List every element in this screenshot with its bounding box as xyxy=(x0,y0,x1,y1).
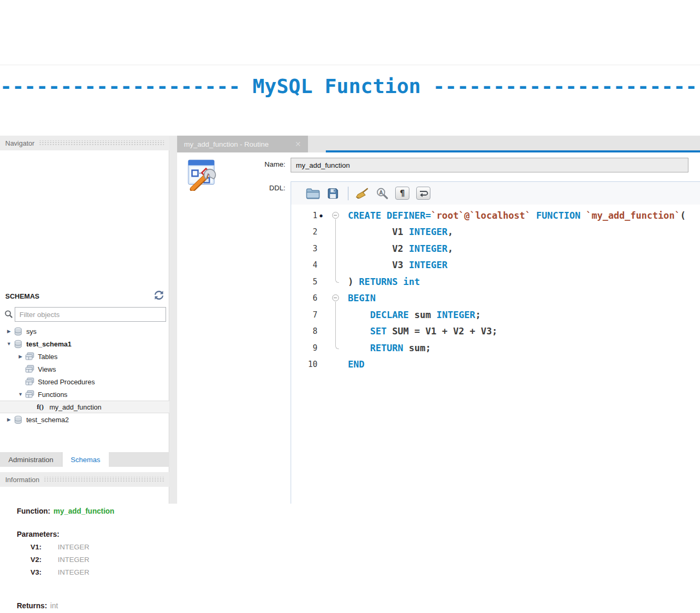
tree-item-test-schema1[interactable]: ▼test_schema1 xyxy=(0,338,169,350)
token-kw: INTEGER xyxy=(409,227,448,237)
search-icon xyxy=(4,310,13,319)
information-panel-header: Information xyxy=(0,472,169,487)
returns-type-value: int xyxy=(50,601,58,610)
info-function-line: Function:my_add_function xyxy=(17,507,169,515)
token-plain: sum; xyxy=(403,343,431,353)
parameter-type: INTEGER xyxy=(58,556,89,564)
function-name-value: my_add_function xyxy=(54,507,115,515)
token-kw: INTEGER xyxy=(437,310,476,320)
sql-code-area[interactable]: 1●CREATE DEFINER=`root`@`localhost` FUNC… xyxy=(291,205,700,373)
tree-item-label: Functions xyxy=(38,391,67,399)
code-line: 2 V1 INTEGER, xyxy=(291,224,700,241)
tree-item-label: sys xyxy=(26,328,37,335)
expand-collapsed-icon[interactable]: ▶ xyxy=(4,417,14,422)
header-dotted-texture xyxy=(39,140,164,146)
fold-end-elbow xyxy=(335,340,339,349)
tree-item-label: test_schema2 xyxy=(26,416,69,424)
tree-item-label: my_add_function xyxy=(49,403,101,411)
routine-document-tab[interactable]: my_add_function - Routine ✕ xyxy=(177,136,308,152)
fold-collapse-icon[interactable] xyxy=(330,207,342,224)
token-plain xyxy=(348,326,370,336)
code-line: 8 SET SUM = V1 + V2 + V3; xyxy=(291,323,700,340)
show-invisibles-button[interactable]: ¶ xyxy=(395,187,409,200)
routine-editor-icon xyxy=(185,156,220,193)
information-panel: Function:my_add_function Parameters: V1:… xyxy=(0,487,169,610)
expand-expanded-icon[interactable]: ▼ xyxy=(4,341,14,346)
code-text: CREATE DEFINER=`root`@`localhost` FUNCTI… xyxy=(348,210,686,221)
title-dashes-left: -------------------- xyxy=(0,75,241,98)
save-script-button[interactable] xyxy=(327,188,339,199)
folder-icon xyxy=(25,352,37,361)
svg-text:A: A xyxy=(379,189,383,195)
page-title: -------------------- MySQL Function ----… xyxy=(0,73,700,100)
tab-administration[interactable]: Administration xyxy=(0,452,63,467)
tree-item-my-add-function[interactable]: f()my_add_function xyxy=(0,401,169,413)
returns-line: Returns:int xyxy=(17,601,169,610)
open-script-button[interactable] xyxy=(306,188,320,199)
expand-expanded-icon[interactable]: ▼ xyxy=(16,392,25,397)
code-text: ) RETURNS int xyxy=(348,277,420,287)
fold-collapse-icon[interactable] xyxy=(330,290,342,307)
line-number: 6 xyxy=(291,293,317,303)
code-text: END xyxy=(348,359,365,370)
token-kw: RETURNS int xyxy=(359,277,420,287)
expand-collapsed-icon[interactable]: ▶ xyxy=(16,354,25,359)
token-plain: SUM = V1 + V2 + V3; xyxy=(387,326,498,336)
code-line: 4 V3 INTEGER xyxy=(291,257,700,274)
parameters-label: Parameters: xyxy=(17,530,169,538)
token-id: `my_add_function` xyxy=(586,210,680,221)
tree-item-stored-procedures[interactable]: Stored Procedures xyxy=(0,375,169,388)
filter-row xyxy=(0,307,169,322)
code-text: BEGIN xyxy=(348,293,376,303)
beautify-button[interactable] xyxy=(355,187,369,200)
fold-guide xyxy=(330,356,342,373)
tab-schemas[interactable]: Schemas xyxy=(63,452,109,467)
tree-item-test-schema2[interactable]: ▶test_schema2 xyxy=(0,413,169,426)
routine-name-input[interactable] xyxy=(291,158,688,172)
fold-minus-circle xyxy=(332,212,339,219)
line-number: 3 xyxy=(291,244,317,253)
title-dashes-right: ------------------------ xyxy=(433,75,700,98)
line-number: 5 xyxy=(291,277,317,287)
line-number: 4 xyxy=(291,260,317,270)
tree-item-sys[interactable]: ▶sys xyxy=(0,325,169,338)
fold-end-elbow xyxy=(335,273,339,283)
code-line: 6BEGIN xyxy=(291,290,700,307)
code-text: V2 INTEGER, xyxy=(348,243,453,254)
function-label: Function: xyxy=(17,507,50,515)
database-icon xyxy=(14,327,25,336)
tree-item-views[interactable]: Views xyxy=(0,363,169,375)
navigator-sidebar: Navigator SCHEMAS ▶sys▼test_schema1▶Tabl… xyxy=(0,136,169,504)
database-icon xyxy=(14,340,25,349)
information-header-label: Information xyxy=(5,476,39,484)
word-wrap-button[interactable] xyxy=(416,187,430,200)
folder-icon xyxy=(25,390,37,399)
name-field-label: Name: xyxy=(238,160,285,168)
token-kw: END xyxy=(348,359,365,370)
panel-splitter[interactable] xyxy=(169,136,177,504)
token-kw: SET xyxy=(370,326,387,336)
tree-item-tables[interactable]: ▶Tables xyxy=(0,350,169,363)
parameter-type: INTEGER xyxy=(58,568,89,576)
tree-item-label: Views xyxy=(38,365,56,373)
title-text: MySQL Function xyxy=(241,75,433,98)
parameter-type: INTEGER xyxy=(58,543,89,551)
tree-item-functions[interactable]: ▼Functions xyxy=(0,388,169,401)
tree-item-label: Stored Procedures xyxy=(38,378,95,386)
token-plain: V1 xyxy=(348,227,409,237)
navigator-panel-header: Navigator xyxy=(0,136,169,150)
find-button[interactable]: A xyxy=(376,187,388,200)
tab-close-icon[interactable]: ✕ xyxy=(293,140,303,148)
expand-collapsed-icon[interactable]: ▶ xyxy=(4,329,14,334)
top-divider xyxy=(0,65,700,65)
line-number: 1 xyxy=(291,211,317,220)
tree-item-label: test_schema1 xyxy=(26,340,71,348)
token-kw: CREATE DEFINER= xyxy=(348,210,431,221)
database-icon xyxy=(14,415,25,424)
token-id: `root`@`localhost` xyxy=(431,210,531,221)
refresh-schemas-icon[interactable] xyxy=(154,291,164,302)
parameter-row: V1:INTEGER xyxy=(30,540,169,553)
filter-objects-input[interactable] xyxy=(15,307,166,322)
parameter-name: V2: xyxy=(30,556,58,564)
token-kw: FUNCTION xyxy=(536,210,580,221)
